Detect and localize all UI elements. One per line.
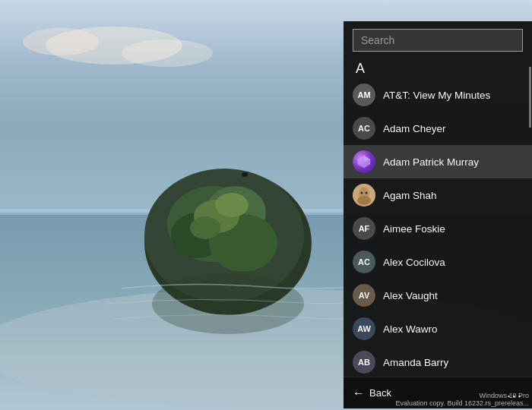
avatar: AV <box>353 284 375 307</box>
contact-item[interactable]: Adam Patrick Murray <box>344 145 532 178</box>
svg-point-12 <box>190 216 220 239</box>
contact-name: Alex Vaught <box>383 290 438 301</box>
avatar: AC <box>353 251 375 273</box>
contact-item[interactable]: ACAdam Cheyer <box>344 112 532 145</box>
contacts-list: AMAT&T: View My MinutesACAdam Cheyer Ada… <box>344 78 532 377</box>
avatar: AB <box>353 351 375 374</box>
back-arrow-icon: ← <box>353 386 365 400</box>
contacts-panel: A AMAT&T: View My MinutesACAdam Cheyer A… <box>344 21 532 408</box>
svg-point-23 <box>361 192 363 194</box>
contact-name: Aimee Foskie <box>383 223 445 235</box>
contact-name: Agam Shah <box>383 190 437 201</box>
avatar <box>353 150 375 173</box>
contact-item[interactable]: AWAlex Wawro <box>344 312 532 345</box>
scrollbar[interactable] <box>529 67 531 128</box>
svg-point-24 <box>366 192 368 194</box>
letter-group-header: A <box>344 58 532 78</box>
contact-name: Amanda Barry <box>383 357 448 368</box>
watermark-line1: Windows 10 Pro <box>396 392 529 399</box>
watermark: Windows 10 Pro Evaluation copy. Build 16… <box>396 392 529 407</box>
svg-point-16 <box>122 39 213 67</box>
avatar: AM <box>353 84 375 106</box>
contact-name: AT&T: View My Minutes <box>383 90 490 101</box>
back-label: Back <box>369 387 391 399</box>
svg-point-22 <box>357 196 371 205</box>
avatar: AF <box>353 217 375 240</box>
contact-item[interactable]: AFAimee Foskie <box>344 212 532 245</box>
contact-name: Alex Cocilova <box>383 257 445 268</box>
avatar <box>353 184 375 207</box>
search-input[interactable] <box>353 29 523 52</box>
contact-item[interactable]: Agam Shah <box>344 178 532 212</box>
contact-name: Adam Cheyer <box>383 123 446 134</box>
contact-item[interactable]: AVAlex Vaught <box>344 279 532 312</box>
avatar: AC <box>353 117 375 140</box>
svg-point-11 <box>215 193 249 217</box>
watermark-line2: Evaluation copy. Build 16232.rs_prerelea… <box>396 399 529 407</box>
contact-item[interactable]: AMAT&T: View My Minutes <box>344 78 532 112</box>
contact-name: Adam Patrick Murray <box>383 156 479 168</box>
svg-point-15 <box>23 28 99 55</box>
contact-item[interactable]: ABAmanda Barry <box>344 345 532 377</box>
avatar: AW <box>353 317 375 340</box>
contact-item[interactable]: ACAlex Cocilova <box>344 245 532 279</box>
svg-point-13 <box>152 273 304 334</box>
contact-name: Alex Wawro <box>383 323 438 335</box>
